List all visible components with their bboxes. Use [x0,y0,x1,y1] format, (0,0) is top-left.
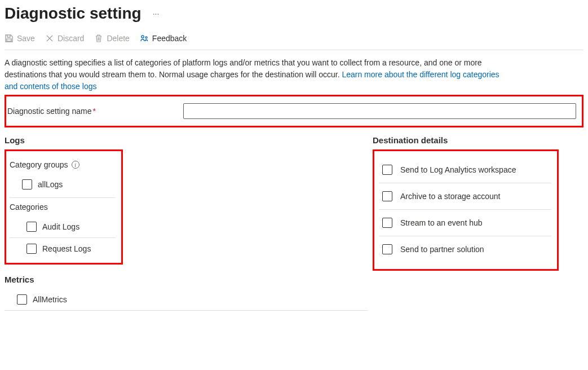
delete-label: Delete [107,34,129,43]
trash-icon [94,34,103,43]
feedback-icon [140,34,149,43]
toolbar: Save Discard Delete Feedback [5,29,583,50]
info-icon[interactable]: i [72,161,79,169]
page-title: Diagnostic setting [5,5,142,23]
save-label: Save [17,34,35,43]
destination-section-title: Destination details [373,135,583,145]
event-hub-checkbox[interactable] [382,218,392,228]
setting-name-input[interactable] [183,103,576,119]
log-analytics-checkbox[interactable] [382,165,392,175]
categories-header: Categories [10,202,116,212]
event-hub-label: Stream to an event hub [400,218,483,227]
dest-row-log-analytics: Send to Log Analytics workspace [379,157,551,183]
all-logs-checkbox[interactable] [22,179,32,190]
category-groups-header: Category groups i [10,160,116,169]
discard-button[interactable]: Discard [45,34,84,43]
all-metrics-checkbox[interactable] [17,294,27,305]
setting-name-row: Diagnostic setting name* [5,95,583,127]
dest-row-event-hub: Stream to an event hub [379,210,551,236]
all-logs-label: allLogs [38,180,63,189]
setting-name-label: Diagnostic setting name* [7,107,176,116]
close-icon [45,34,54,43]
request-logs-label: Request Logs [42,244,91,253]
checkbox-row-all-metrics: AllMetrics [5,289,368,311]
more-menu-button[interactable]: ··· [151,9,162,18]
dest-row-partner: Send to partner solution [379,236,551,262]
destination-box: Send to Log Analytics workspace Archive … [373,149,559,271]
storage-checkbox[interactable] [382,191,392,201]
save-button[interactable]: Save [5,34,35,43]
partner-checkbox[interactable] [382,244,392,254]
divider [10,197,116,198]
description-text: A diagnostic setting specifies a list of… [5,57,501,92]
svg-point-2 [145,37,147,38]
feedback-button[interactable]: Feedback [140,34,187,43]
checkbox-row-request-logs: Request Logs [10,238,116,259]
checkbox-row-audit-logs: Audit Logs [10,216,116,238]
audit-logs-label: Audit Logs [42,222,79,231]
all-metrics-label: AllMetrics [33,295,67,304]
storage-label: Archive to a storage account [400,192,500,201]
checkbox-row-all-logs: allLogs [10,174,116,195]
logs-section-title: Logs [5,135,368,145]
log-analytics-label: Send to Log Analytics workspace [400,165,516,174]
save-icon [5,34,14,43]
audit-logs-checkbox[interactable] [26,222,37,232]
request-logs-checkbox[interactable] [26,244,37,254]
metrics-section-title: Metrics [5,275,368,284]
logs-box: Category groups i allLogs Categories Aud… [5,149,123,265]
svg-rect-0 [7,39,11,41]
dest-row-storage: Archive to a storage account [379,183,551,210]
discard-label: Discard [58,34,84,43]
svg-point-1 [142,36,144,38]
feedback-label: Feedback [152,34,187,43]
delete-button[interactable]: Delete [94,34,129,43]
required-asterisk: * [92,107,95,116]
partner-label: Send to partner solution [400,245,484,254]
